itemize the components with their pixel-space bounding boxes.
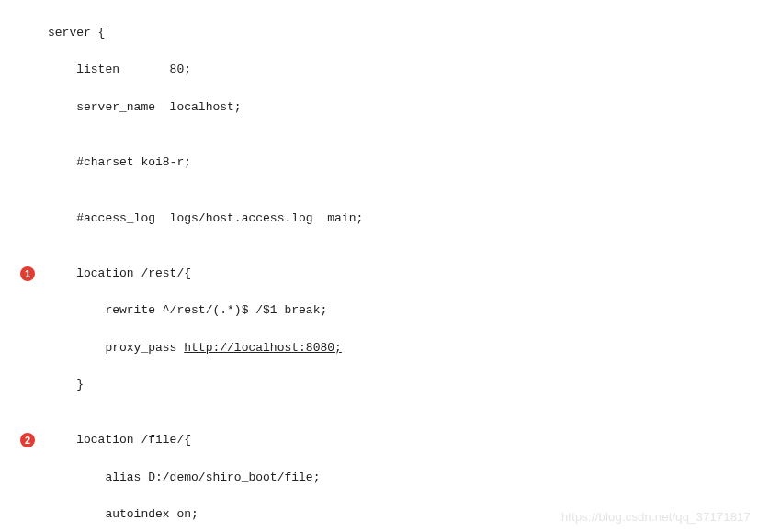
proxy-pass-url: http://localhost:8080;: [184, 341, 342, 355]
code-line: }: [0, 376, 758, 394]
code-line: #access_log logs/host.access.log main;: [0, 209, 758, 228]
code-text: proxy_pass: [48, 341, 184, 355]
callout-badge-2: 2: [20, 433, 35, 447]
code-line: 1 location /rest/{: [0, 265, 758, 283]
code-line: server {: [0, 24, 758, 42]
code-line: autoindex on;: [0, 505, 758, 524]
code-line: 2 location /file/{: [0, 431, 758, 449]
code-line: alias D:/demo/shiro_boot/file;: [0, 469, 758, 487]
code-text: location /file/{: [48, 433, 191, 447]
callout-badge-1: 1: [20, 266, 35, 281]
code-line: listen 80;: [0, 61, 758, 79]
code-line: rewrite ^/rest/(.*)$ /$1 break;: [0, 301, 758, 320]
code-block: server { listen 80; server_name localhos…: [0, 0, 758, 532]
code-line: #charset koi8-r;: [0, 153, 758, 172]
code-line: server_name localhost;: [0, 98, 758, 117]
code-line: proxy_pass http://localhost:8080;: [0, 339, 758, 357]
code-text: location /rest/{: [48, 266, 191, 280]
